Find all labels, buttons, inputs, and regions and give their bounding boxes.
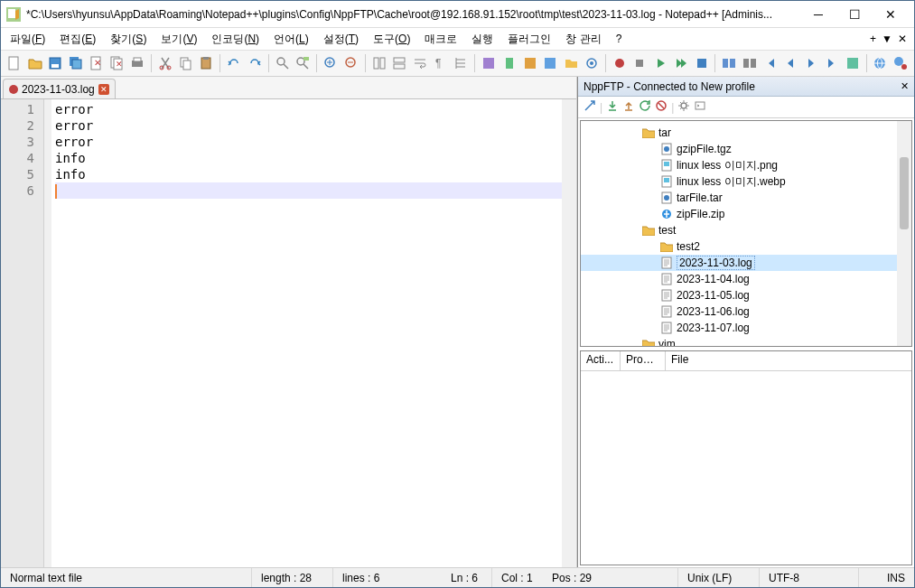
menu-plugin[interactable]: 플러그인 xyxy=(502,30,556,49)
tree-file[interactable]: gzipFile.tgz xyxy=(581,141,911,157)
replace-icon[interactable] xyxy=(294,53,313,73)
queue-col-progress[interactable]: Progr... xyxy=(621,351,666,370)
code-line[interactable]: error xyxy=(55,117,576,134)
ftp-tree[interactable]: targzipFile.tgzlinux less 이미지.pnglinux l… xyxy=(580,120,912,347)
editor-scrollbar[interactable] xyxy=(562,99,576,567)
new-file-icon[interactable] xyxy=(5,53,24,73)
tree-file[interactable]: 2023-11-06.log xyxy=(581,303,911,320)
tree-file[interactable]: zipFile.zip xyxy=(581,206,911,222)
code-line[interactable]: info xyxy=(55,150,576,166)
tree-folder[interactable]: vim xyxy=(581,336,911,347)
nav-last-icon[interactable] xyxy=(822,53,842,73)
line-number-gutter: 123456 xyxy=(1,99,44,567)
tree-file[interactable]: 2023-11-04.log xyxy=(581,271,911,287)
menu-dropdown-icon[interactable]: ▼ xyxy=(882,33,892,45)
menu-find[interactable]: 찾기(S) xyxy=(105,30,152,49)
tree-file[interactable]: 2023-11-07.log xyxy=(581,320,911,336)
doc-map-icon[interactable] xyxy=(500,53,519,73)
menu-settings[interactable]: 설정(T) xyxy=(318,30,364,49)
file-tab[interactable]: 2023-11-03.log ✕ xyxy=(3,79,116,98)
save-icon[interactable] xyxy=(45,53,65,73)
maximize-button[interactable]: ☐ xyxy=(836,4,873,25)
tree-file[interactable]: 2023-11-03.log xyxy=(581,255,911,271)
nav-first-icon[interactable] xyxy=(761,53,780,73)
nav-next-icon[interactable] xyxy=(801,53,821,73)
menu-encoding[interactable]: 인코딩(N) xyxy=(206,30,265,49)
close-all-icon[interactable]: ✕ xyxy=(107,53,127,73)
zoom-out-icon[interactable] xyxy=(341,53,361,73)
ftp-abort-icon[interactable] xyxy=(655,99,668,115)
nav-prev-icon[interactable] xyxy=(781,53,801,73)
tree-file[interactable]: linux less 이미지.webp xyxy=(581,173,911,190)
diff-icon[interactable] xyxy=(843,53,863,73)
undo-icon[interactable] xyxy=(224,53,244,73)
tree-folder[interactable]: tar xyxy=(581,125,911,141)
menu-macro[interactable]: 매크로 xyxy=(419,30,462,49)
ftp-settings-icon[interactable] xyxy=(677,99,690,115)
editor[interactable]: 123456 errorerrorerrorinfoinfo xyxy=(1,98,576,567)
ud-lang-icon[interactable] xyxy=(479,53,499,73)
tree-file[interactable]: linux less 이미지.png xyxy=(581,157,911,173)
sync-h-icon[interactable] xyxy=(389,53,409,73)
record-icon[interactable] xyxy=(610,53,630,73)
cut-icon[interactable] xyxy=(155,53,175,73)
menu-close-icon[interactable]: ✕ xyxy=(898,33,907,45)
menu-tools[interactable]: 도구(O) xyxy=(368,30,415,49)
nppftp-icon[interactable] xyxy=(871,53,891,73)
play-icon[interactable] xyxy=(650,53,670,73)
tab-close-icon[interactable]: ✕ xyxy=(98,84,109,95)
tree-scrollbar[interactable] xyxy=(897,121,911,346)
ftp-refresh-icon[interactable] xyxy=(639,99,651,115)
zoom-in-icon[interactable] xyxy=(321,53,341,73)
ftp-console-icon[interactable] xyxy=(694,99,706,115)
queue-col-action[interactable]: Acti... xyxy=(581,351,621,370)
show-all-icon[interactable]: ¶ xyxy=(431,53,451,73)
copy-icon[interactable] xyxy=(176,53,196,73)
ftp-download-icon[interactable] xyxy=(606,99,619,115)
menu-help[interactable]: ? xyxy=(611,31,628,47)
code-line[interactable]: error xyxy=(55,101,576,117)
code-line[interactable]: error xyxy=(55,134,576,150)
nppftp-close-icon[interactable]: ✕ xyxy=(901,80,909,92)
sync-v-icon[interactable] xyxy=(369,53,389,73)
stop-icon[interactable] xyxy=(630,53,649,73)
save-macro-icon[interactable] xyxy=(692,53,712,73)
close-button[interactable]: ✕ xyxy=(873,4,909,25)
tree-file[interactable]: tarFile.tar xyxy=(581,190,911,206)
doc-list-icon[interactable] xyxy=(520,53,540,73)
code-line[interactable] xyxy=(55,182,576,199)
nppftp-settings-icon[interactable] xyxy=(891,53,910,73)
code-area[interactable]: errorerrorerrorinfoinfo xyxy=(51,99,576,567)
close-file-icon[interactable]: ✕ xyxy=(87,53,107,73)
minimize-button[interactable]: ─ xyxy=(800,4,836,25)
monitor-icon[interactable] xyxy=(582,53,602,73)
indent-guide-icon[interactable] xyxy=(452,53,472,73)
menu-add-icon[interactable]: + xyxy=(870,33,876,45)
tree-folder[interactable]: test xyxy=(581,222,911,238)
find-icon[interactable] xyxy=(273,53,293,73)
menu-run[interactable]: 실행 xyxy=(466,30,499,49)
menu-file[interactable]: 파일(F) xyxy=(5,30,51,49)
func-list-icon[interactable] xyxy=(541,53,561,73)
menu-view[interactable]: 보기(V) xyxy=(155,30,202,49)
menu-window[interactable]: 창 관리 xyxy=(560,30,606,49)
tree-file[interactable]: 2023-11-05.log xyxy=(581,287,911,303)
wrap-icon[interactable] xyxy=(410,53,430,73)
compare-clear-icon[interactable] xyxy=(740,53,760,73)
save-all-icon[interactable] xyxy=(66,53,86,73)
menu-edit[interactable]: 편집(E) xyxy=(54,30,101,49)
ftp-upload-icon[interactable] xyxy=(622,99,635,115)
code-line[interactable]: info xyxy=(55,166,576,182)
paste-icon[interactable] xyxy=(197,53,217,73)
play-multi-icon[interactable] xyxy=(671,53,691,73)
redo-icon[interactable] xyxy=(245,53,265,73)
open-file-icon[interactable] xyxy=(25,53,45,73)
queue-col-file[interactable]: File xyxy=(666,351,911,370)
tree-folder[interactable]: test2 xyxy=(581,238,911,255)
folder-panel-icon[interactable] xyxy=(561,53,581,73)
svg-rect-30 xyxy=(483,58,494,69)
menu-language[interactable]: 언어(L) xyxy=(268,30,314,49)
print-icon[interactable] xyxy=(127,53,147,73)
compare-icon[interactable] xyxy=(719,53,739,73)
ftp-connect-icon[interactable] xyxy=(584,99,596,115)
